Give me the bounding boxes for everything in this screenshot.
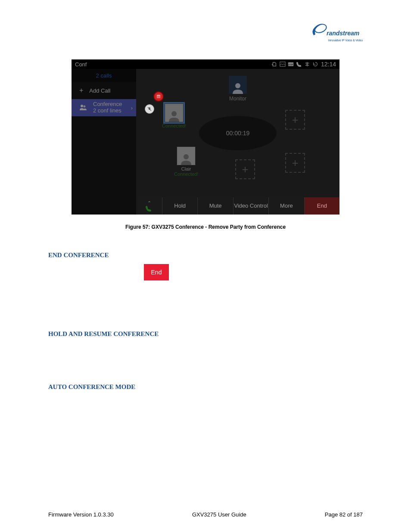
conference-duration: 00:00:19 (199, 116, 277, 150)
add-participant-slot[interactable]: + (285, 153, 305, 173)
voicemail-icon (271, 61, 277, 67)
svg-point-10 (184, 154, 189, 159)
avatar-icon (177, 146, 196, 165)
monitor-label: Monitor (229, 96, 247, 102)
picture-icon (280, 61, 286, 67)
brand-tagline: Innovative IP Voice & Video (311, 39, 363, 42)
svg-point-5 (81, 105, 83, 107)
plus-icon: + (79, 87, 83, 94)
dialer-button[interactable]: ⌃ (136, 197, 162, 215)
mute-party-icon[interactable] (145, 104, 154, 114)
chevron-up-icon: ⌃ (147, 200, 151, 205)
status-time: 12:14 (321, 61, 336, 68)
ftp-icon: FTP (288, 61, 294, 67)
add-participant-slot[interactable]: + (235, 159, 255, 179)
figure-caption: Figure 57: GXV3275 Conference - Remove P… (48, 224, 363, 230)
heading-end-conference: END CONFERENCE (48, 252, 363, 259)
status-icons: FTP (271, 61, 318, 67)
side-panel: 2 calls + Add Call Conference 2 conf lin… (72, 69, 136, 215)
monitor-slot[interactable]: Monitor (229, 76, 247, 102)
handset-icon (145, 205, 153, 212)
status-title: Conf (75, 61, 271, 68)
more-button[interactable]: More (268, 197, 304, 215)
participant-status: Connected! (162, 123, 186, 128)
conference-line-label: Conference 2 conf lines (93, 101, 122, 114)
chevron-right-icon: › (131, 105, 133, 111)
participant-status: Connected! (174, 171, 198, 177)
mute-button[interactable]: Mute (197, 197, 233, 215)
svg-text:randstream: randstream (327, 30, 359, 37)
brand-logo: randstream Innovative IP Voice & Video (311, 22, 363, 42)
conference-icon (79, 104, 87, 112)
page-footer: Firmware Version 1.0.3.30 GXV3275 User G… (48, 507, 363, 518)
participant-highlighted[interactable]: Connected! (162, 103, 186, 128)
participant-clair[interactable]: Clair Connected! (174, 146, 198, 177)
calls-header: 2 calls (72, 69, 136, 82)
conference-canvas: 00:00:19 Monitor Connected! (136, 69, 339, 197)
sync-icon (312, 61, 318, 67)
bottom-bar: ⌃ Hold Mute Video Control More End (136, 197, 339, 215)
svg-point-6 (84, 105, 86, 107)
footer-page: Page 82 of 187 (325, 511, 363, 518)
end-call-button[interactable]: End (304, 197, 339, 215)
svg-text:FTP: FTP (289, 63, 293, 66)
add-participant-slot[interactable]: + (285, 110, 305, 130)
footer-firmware: Firmware Version 1.0.3.30 (48, 511, 114, 518)
hold-button[interactable]: Hold (162, 197, 197, 215)
svg-point-7 (235, 83, 240, 88)
add-call-label: Add Call (89, 87, 110, 94)
heading-auto-conf: AUTO CONFERENCE MODE (48, 383, 363, 391)
conference-line-item[interactable]: Conference 2 conf lines › (72, 99, 136, 116)
avatar-icon (165, 103, 184, 122)
network-icon (304, 61, 310, 67)
video-control-button[interactable]: Video Control (233, 197, 268, 215)
handset-icon (296, 61, 302, 67)
svg-rect-2 (280, 62, 285, 67)
end-button-inline: End (144, 264, 169, 280)
footer-title: GXV3275 User Guide (192, 511, 246, 518)
remove-party-icon[interactable] (153, 91, 164, 102)
add-call-button[interactable]: + Add Call (72, 82, 136, 99)
monitor-avatar-icon (229, 76, 247, 94)
heading-hold-resume: HOLD AND RESUME CONFERENCE (48, 330, 363, 338)
status-bar: Conf FTP 12:14 (72, 59, 339, 69)
participant-name: Clair (174, 166, 198, 171)
conference-screenshot: Conf FTP 12:14 2 calls + Add Call (72, 59, 339, 215)
svg-point-9 (171, 111, 177, 116)
